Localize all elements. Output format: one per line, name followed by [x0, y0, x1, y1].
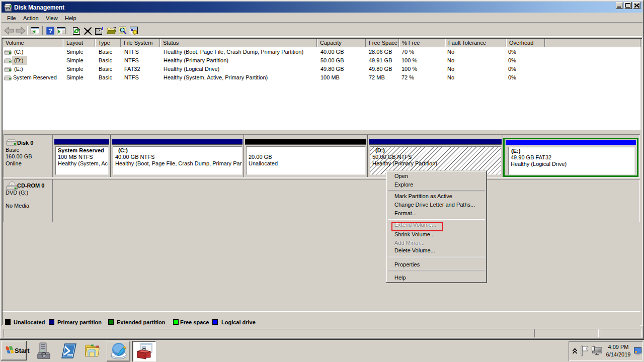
- svg-text:?: ?: [48, 27, 52, 35]
